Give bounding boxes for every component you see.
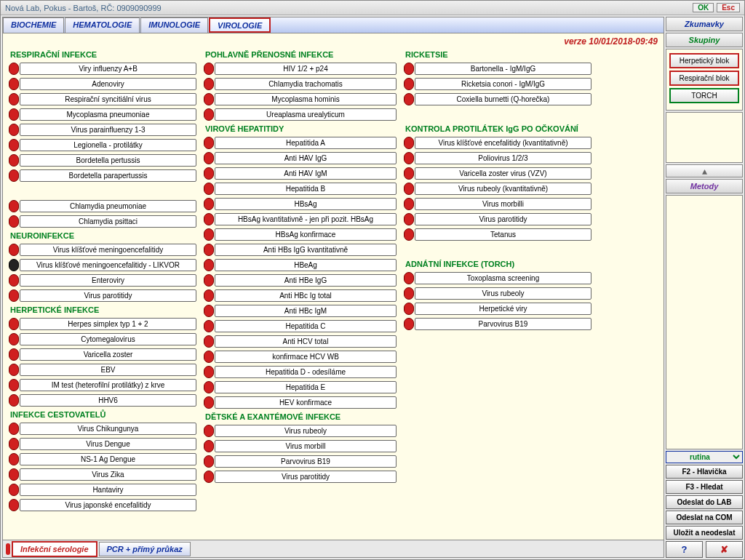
- test-row[interactable]: Anti HBc Ig total: [204, 288, 397, 303]
- test-row[interactable]: Virus parainfluenzy 1-3: [9, 122, 196, 137]
- test-row[interactable]: Respirační syncitiální virus: [9, 92, 196, 107]
- test-row[interactable]: Virus parotitidy: [9, 288, 196, 303]
- section-torch: ADNÁTNÍ INFEKCE (TORCH): [404, 257, 591, 271]
- group-respiracni-blok[interactable]: Respirační blok: [669, 71, 739, 86]
- test-row[interactable]: HBsAg kvantitativně - jen při pozit. HBs…: [204, 212, 397, 227]
- ulozit-button[interactable]: Uložit a neodeslat: [666, 526, 743, 540]
- tab-hematologie[interactable]: HEMATOLOGIE: [65, 17, 140, 33]
- test-row[interactable]: Parvovirus B19: [204, 454, 397, 469]
- test-row[interactable]: Herpetické viry: [404, 301, 591, 316]
- test-row[interactable]: Hepatitida B: [204, 181, 397, 196]
- status-pill: [204, 381, 214, 393]
- test-row[interactable]: Chlamydia pneumoniae: [9, 199, 196, 214]
- tab-infekcni-serologie[interactable]: Infekční sérologie: [12, 541, 97, 557]
- test-row[interactable]: Virus klíšťové meningoencefalitidy - LIK…: [9, 257, 196, 273]
- group-herpeticky-blok[interactable]: Herpetický blok: [669, 53, 739, 68]
- test-row[interactable]: Virus morbilli: [404, 196, 591, 212]
- test-row[interactable]: Anti HBc IgM: [204, 303, 397, 319]
- test-row[interactable]: HBsAg konfirmace: [204, 227, 397, 242]
- test-row[interactable]: Virus morbill: [204, 439, 397, 454]
- test-row[interactable]: Virus klíšťové meningoencefalitidy: [9, 242, 196, 257]
- bottom-tabs: Infekční sérologie PCR + přímý průkaz: [3, 540, 664, 557]
- test-row[interactable]: Hepatitida D - odesíláme: [204, 364, 397, 380]
- test-row[interactable]: Anti HBe IgG: [204, 273, 397, 288]
- test-row[interactable]: Poliovirus 1/2/3: [404, 151, 591, 166]
- test-row[interactable]: Legionella - protilátky: [9, 137, 196, 153]
- ok-button[interactable]: OK: [693, 3, 714, 12]
- status-pill: [9, 423, 19, 435]
- group-torch[interactable]: TORCH: [669, 88, 739, 103]
- test-row[interactable]: Enteroviry: [9, 273, 196, 288]
- test-row[interactable]: konfirmace HCV WB: [204, 349, 397, 364]
- help-button[interactable]: ?: [666, 541, 703, 558]
- test-row[interactable]: Toxoplasma screening: [404, 271, 591, 286]
- test-row[interactable]: Virus rubeoly: [204, 423, 397, 439]
- test-row[interactable]: HEV konfirmace: [204, 395, 397, 410]
- test-row[interactable]: Herpes simplex typ 1 + 2: [9, 316, 196, 332]
- test-row[interactable]: Ricketsia conori - IgM/IgG: [404, 76, 591, 92]
- test-row[interactable]: Hantaviry: [9, 482, 196, 497]
- test-row[interactable]: NS-1 Ag Dengue: [9, 452, 196, 467]
- test-row[interactable]: Anti HCV total: [204, 334, 397, 349]
- test-row[interactable]: Virus parotitidy: [404, 212, 591, 227]
- test-row[interactable]: Virus Chikungunya: [9, 421, 196, 436]
- test-row[interactable]: Bordetella parapertussis: [9, 168, 196, 183]
- test-row[interactable]: Varicella zoster virus (VZV): [404, 166, 591, 181]
- test-row[interactable]: Virus japonské encefalitidy: [9, 497, 196, 513]
- test-row[interactable]: Cytomegalovirus: [9, 332, 196, 347]
- test-row[interactable]: Hepatitida E: [204, 380, 397, 395]
- status-pill: [404, 183, 414, 195]
- f2-hlavicka-button[interactable]: F2 - Hlavička: [666, 465, 743, 479]
- tab-imunologie[interactable]: IMUNOLOGIE: [140, 17, 208, 33]
- test-row[interactable]: Anti HBs IgG kvantitativně: [204, 242, 397, 257]
- test-row[interactable]: Varicella zoster: [9, 347, 196, 362]
- test-row[interactable]: Anti HAV IgG: [204, 151, 397, 166]
- routine-select[interactable]: rutina: [666, 451, 743, 463]
- test-row[interactable]: Hepatitida C: [204, 319, 397, 334]
- test-row[interactable]: Virus Zika: [9, 467, 196, 482]
- status-pill: [9, 200, 19, 212]
- odeslat-lab-button[interactable]: Odeslat do LAB: [666, 495, 743, 509]
- odeslat-com-button[interactable]: Odeslat na COM: [666, 511, 743, 524]
- status-pill: [9, 124, 19, 136]
- test-row[interactable]: IM test (heterofilní protilátky) z krve: [9, 377, 196, 393]
- test-row[interactable]: EBV: [9, 362, 196, 377]
- test-row[interactable]: Ureaplasma urealyticum: [204, 107, 397, 122]
- test-row[interactable]: HBsAg: [204, 196, 397, 212]
- test-row[interactable]: Hepatitida A: [204, 135, 397, 151]
- test-row[interactable]: HIV 1/2 + p24: [204, 61, 397, 76]
- test-row[interactable]: HBeAg: [204, 257, 397, 273]
- test-row[interactable]: Virus rubeoly (kvantitativně): [404, 181, 591, 196]
- test-row[interactable]: Viry influenzy A+B: [9, 61, 196, 76]
- test-row[interactable]: Adenoviry: [9, 76, 196, 92]
- test-row[interactable]: Chlamydia trachomatis: [204, 76, 397, 92]
- test-row[interactable]: Bartonella - IgM/IgG: [404, 61, 591, 76]
- test-row[interactable]: Mycoplasma pneumoniae: [9, 107, 196, 122]
- status-pill: [9, 484, 19, 496]
- status-pill: [204, 228, 214, 241]
- section-detske: DĚTSKÉ A EXANTÉMOVÉ INFEKCE: [204, 410, 397, 423]
- test-row[interactable]: HHV6: [9, 393, 196, 408]
- cancel-button[interactable]: ✘: [706, 541, 743, 558]
- f3-hledat-button[interactable]: F3 - Hledat: [666, 480, 743, 494]
- test-row[interactable]: Virus parotitidy: [204, 469, 397, 484]
- esc-button[interactable]: Esc: [717, 3, 740, 12]
- tab-biochemie[interactable]: BIOCHEMIE: [3, 17, 64, 33]
- tab-virologie[interactable]: VIROLOGIE: [209, 17, 271, 33]
- test-row[interactable]: Virus Dengue: [9, 436, 196, 452]
- tab-pcr-primy-prukaz[interactable]: PCR + přímý průkaz: [99, 542, 191, 556]
- status-pill: [204, 137, 214, 149]
- scroll-up-icon[interactable]: ▴: [666, 164, 743, 177]
- status-pill: [9, 139, 19, 151]
- test-row[interactable]: Virus klíšťové encefalitidy (kvantitativ…: [404, 135, 591, 151]
- test-row[interactable]: Chlamydia psittaci: [9, 214, 196, 229]
- test-row[interactable]: Parvovirus B19: [404, 316, 591, 332]
- test-row[interactable]: Bordetella pertussis: [9, 153, 196, 168]
- test-row[interactable]: Coxiella burnetti (Q-horečka): [404, 92, 591, 107]
- test-row[interactable]: Anti HAV IgM: [204, 166, 397, 181]
- test-row[interactable]: Virus rubeoly: [404, 286, 591, 301]
- status-pill: [404, 152, 414, 164]
- test-row[interactable]: Mycoplasma hominis: [204, 92, 397, 107]
- section-pohlavne: POHLAVNĚ PŘENOSNÉ INFEKCE: [204, 48, 397, 61]
- test-row[interactable]: Tetanus: [404, 227, 591, 242]
